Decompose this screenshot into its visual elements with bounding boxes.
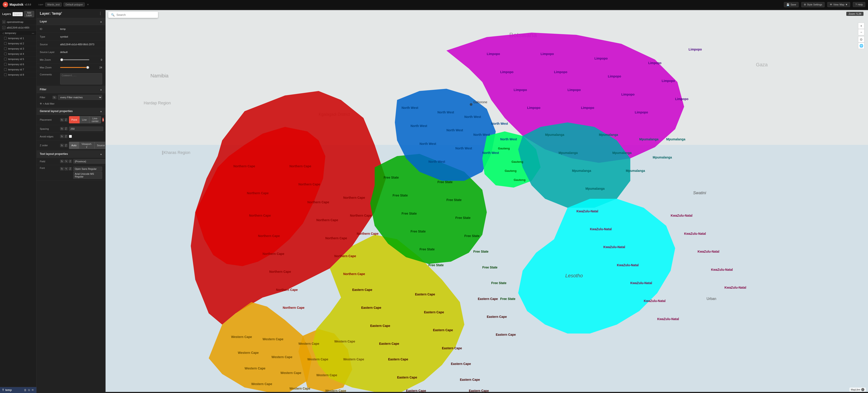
layers-expand-button[interactable]: Expand (12, 12, 23, 16)
save-button[interactable]: 💾 Save (784, 2, 799, 7)
placement-line-button[interactable]: Line (80, 116, 89, 123)
placement-line-center-button[interactable]: Line-center (89, 116, 101, 123)
layer-name-badge[interactable]: Wards_test (45, 2, 62, 6)
avoid-edges-sigma-button[interactable]: Σ (64, 135, 68, 138)
layer-item-polygon[interactable]: ◇ a8d1264f-cb1d-485f- (0, 25, 36, 31)
temp-layer-item-5[interactable]: temporary id 5 (0, 57, 36, 62)
reset-north-button[interactable]: ⊙ (858, 36, 864, 43)
font-sigma-button[interactable]: Σ (69, 167, 72, 170)
z-order-fx-button[interactable]: fx (60, 144, 64, 147)
field-edit-button[interactable]: ✎ (64, 160, 68, 163)
map-area[interactable]: 🔍 Botswana Namibia Gaza Hardap Region ‖K… (105, 9, 868, 393)
field-input[interactable] (73, 159, 105, 164)
svg-text:Limpopo: Limpopo (581, 106, 594, 110)
text-layout-section-header[interactable]: Text layout properties ▲ (37, 150, 105, 158)
svg-text:North West: North West (429, 160, 445, 164)
spacing-fx-button[interactable]: fx (60, 127, 64, 131)
svg-text:Northern Cape: Northern Cape (334, 254, 356, 258)
svg-text:Northern Cape: Northern Cape (289, 164, 311, 168)
general-layout-arrow: ▲ (100, 110, 102, 113)
layer-group-temporary[interactable]: ◁ temporary — (0, 31, 36, 36)
add-layer-button[interactable]: Add Layer (24, 11, 34, 17)
layer-section-header[interactable]: Layer ▲ (37, 18, 105, 25)
layer-item-openstreetmap[interactable]: ⊞ openstreetmap (0, 19, 36, 25)
svg-text:Eastern Cape: Eastern Cape (442, 346, 462, 350)
dropdown-icon[interactable]: ▼ (87, 3, 89, 6)
globe-button[interactable]: 🌐 (858, 43, 864, 49)
svg-text:KwaZulu-Natal: KwaZulu-Natal (617, 263, 639, 267)
general-layout-section-header[interactable]: General layout properties ▲ (37, 108, 105, 115)
placement-point-button[interactable]: Point (69, 116, 80, 123)
spacing-input[interactable] (69, 127, 103, 131)
field-sigma-button[interactable]: Σ (69, 160, 72, 163)
min-zoom-slider[interactable] (60, 59, 89, 60)
temp-layer-item-6[interactable]: temporary id 6 (0, 62, 36, 67)
svg-text:Free State: Free State (456, 216, 471, 220)
delete-icon[interactable]: 🗑 (24, 389, 27, 392)
svg-text:North West: North West (446, 129, 463, 132)
copy-icon[interactable]: ⧉ (28, 389, 30, 392)
temp-layer-item-1[interactable]: temporary id 1 (0, 36, 36, 41)
avoid-edges-fx-button[interactable]: fx (60, 135, 64, 138)
temp-layer-item-7[interactable]: temporary id 7 (0, 67, 36, 72)
prop-label-font: Font (40, 167, 60, 169)
svg-text:Swatini: Swatini (693, 191, 706, 195)
zoom-out-button[interactable]: − (858, 29, 864, 35)
group-collapse-icon: — (32, 32, 34, 34)
search-input[interactable] (116, 13, 155, 17)
svg-text:North West: North West (473, 133, 490, 137)
z-order-source-button[interactable]: Source (94, 142, 105, 149)
svg-text:Eastern Cape: Eastern Cape (352, 288, 372, 291)
visibility-icon[interactable]: 👁 (31, 389, 34, 392)
layer-label-polygon: a8d1264f-cb1d-485f- (7, 26, 30, 29)
z-order-viewport-button[interactable]: Viewport-y (79, 142, 94, 149)
props-menu-button[interactable]: ⋮ (98, 11, 102, 16)
font-value-1: Open Sans Regular (73, 167, 102, 171)
active-layer-bar[interactable]: T temp 🗑 ⧉ 👁 (0, 387, 36, 393)
prop-label-type: Type (40, 35, 60, 38)
filter-fx-button[interactable]: fx (53, 96, 57, 99)
view-button[interactable]: 👁 View Map ▼ (827, 2, 850, 7)
temp-layer-item-2[interactable]: temporary id 2 (0, 41, 36, 46)
font-fx-button[interactable]: fx (60, 167, 64, 170)
font-edit-button[interactable]: ✎ (64, 167, 68, 170)
svg-text:Limpopo: Limpopo (675, 97, 688, 101)
svg-text:Western Cape: Western Cape (245, 366, 266, 370)
z-order-sigma-button[interactable]: Σ (64, 144, 68, 147)
temp-layer-item-8[interactable]: temporary id 8 (0, 72, 36, 78)
help-button[interactable]: ? Help (853, 2, 865, 7)
svg-text:Northern Cape: Northern Cape (258, 234, 280, 238)
info-icon[interactable]: i (861, 388, 864, 391)
placement-sigma-button[interactable]: Σ (64, 118, 68, 121)
max-zoom-slider[interactable] (60, 67, 89, 68)
spacing-sigma-button[interactable]: Σ (64, 127, 68, 131)
layer-type-badge[interactable]: Default polygon (64, 2, 85, 6)
field-fx-button[interactable]: fx (60, 160, 64, 163)
z-order-auto-button[interactable]: Auto (69, 142, 79, 149)
prop-label-source-layer: Source Layer (40, 51, 60, 53)
filter-select[interactable]: every Filter matches (58, 95, 102, 100)
temp-layer-label-6: temporary id 6 (8, 63, 24, 66)
prop-label-spacing: Spacing (40, 128, 60, 130)
avoid-edges-checkbox[interactable] (69, 135, 72, 138)
svg-text:Eastern Cape: Eastern Cape (478, 297, 498, 301)
avoid-edges-fx-controls: fx Σ (60, 135, 68, 138)
layers-list: ⊞ openstreetmap ◇ a8d1264f-cb1d-485f- ◁ … (0, 19, 36, 387)
svg-text:Eastern Cape: Eastern Cape (361, 306, 381, 309)
style-settings-button[interactable]: ⚙ Style Settings (801, 2, 825, 7)
zoom-in-button[interactable]: + (858, 23, 864, 29)
placement-fx-button[interactable]: fx (60, 118, 64, 121)
svg-text:Eastern Cape: Eastern Cape (433, 328, 453, 332)
temp-layer-item-3[interactable]: temporary id 3 (0, 46, 36, 51)
filter-section-header[interactable]: Filter ▲ (37, 86, 105, 93)
svg-text:Free State: Free State (383, 176, 399, 179)
svg-text:North West: North West (402, 106, 418, 110)
add-filter-button[interactable]: ⊕ + Add filter (40, 101, 102, 106)
topbar: M Maputnik v2.0.0 Layer Wards_test Defau… (0, 0, 868, 9)
temp-layer-item-4[interactable]: temporary id 4 (0, 51, 36, 57)
svg-text:Limpopo: Limpopo (608, 75, 621, 78)
min-zoom-row: 0 (60, 58, 102, 61)
breadcrumb-layer-prefix: Layer (38, 3, 43, 6)
svg-text:Free State: Free State (420, 247, 435, 251)
comments-textarea[interactable] (60, 73, 102, 84)
